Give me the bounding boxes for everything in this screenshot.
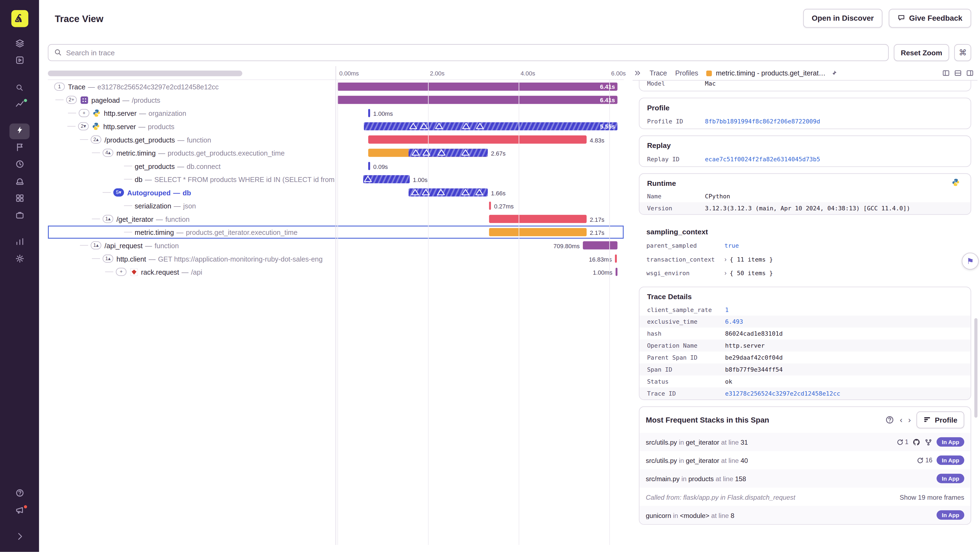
sidebar-item-help[interactable]	[10, 487, 30, 502]
sidebar-item-performance[interactable]	[10, 123, 30, 139]
reset-zoom-button[interactable]: Reset Zoom	[894, 44, 949, 61]
span-duration-bar[interactable]: 6.41s	[337, 83, 617, 91]
span-duration-bar[interactable]	[489, 202, 491, 210]
performance-issue-icon[interactable]	[476, 122, 484, 130]
performance-issue-icon[interactable]	[411, 188, 419, 196]
open-in-discover-button[interactable]: Open in Discover	[803, 9, 883, 27]
stack-frame-row[interactable]: src/main.py in products at line 158In Ap…	[640, 469, 970, 488]
performance-issue-icon[interactable]	[412, 149, 420, 156]
give-feedback-button[interactable]: Give Feedback	[889, 9, 971, 27]
kv-key: Replay ID	[647, 155, 705, 164]
performance-issue-icon[interactable]	[435, 122, 443, 130]
performance-issue-icon[interactable]	[461, 149, 469, 156]
performance-issue-icon[interactable]	[475, 188, 484, 196]
performance-issue-icon[interactable]	[437, 188, 445, 196]
row-expand-badge[interactable]: 2▴	[91, 136, 101, 144]
span-op: /get_iterator	[116, 215, 154, 223]
in-app-badge[interactable]: In App	[937, 474, 964, 483]
stacks-prev-button[interactable]: ‹	[900, 416, 902, 424]
fork-icon[interactable]	[925, 438, 932, 446]
performance-issue-icon[interactable]	[438, 149, 445, 156]
row-expand-badge[interactable]: +	[116, 268, 126, 276]
in-app-badge[interactable]: In App	[937, 510, 964, 520]
kv-row: transaction_context›{ 11 items }	[639, 252, 971, 266]
sidebar-item-projects[interactable]	[10, 54, 30, 70]
sidebar-item-stats[interactable]	[10, 97, 30, 113]
row-expand-badge[interactable]: 5▾	[113, 188, 124, 196]
kv-value-link[interactable]: 8fb7bb1891994f8c862f206e8722009d	[705, 117, 820, 126]
show-more-frames-link[interactable]: Show 19 more frames	[900, 493, 964, 501]
performance-issue-icon[interactable]	[409, 122, 417, 130]
in-app-badge[interactable]: In App	[937, 456, 964, 465]
sidebar-item-metrics[interactable]	[10, 235, 30, 250]
layout-bottom-icon[interactable]	[954, 69, 962, 77]
vertical-scrollbar-thumb[interactable]	[974, 318, 978, 418]
horizontal-scrollbar-thumb[interactable]	[48, 70, 242, 76]
span-duration-bar[interactable]	[368, 109, 370, 117]
performance-issue-icon[interactable]	[420, 122, 428, 130]
sidebar-item-settings[interactable]	[10, 252, 30, 268]
stack-frame-row[interactable]: src/utils.py in get_iterator at line 311…	[640, 433, 970, 451]
span-duration-bar[interactable]	[489, 215, 587, 223]
span-op: http.server	[104, 109, 137, 117]
feedback-flag-button[interactable]: ⚑	[962, 252, 978, 270]
chevrons-right-icon[interactable]	[634, 69, 641, 77]
row-expand-badge[interactable]: 2+	[66, 96, 77, 104]
row-expand-badge[interactable]: 1▴	[91, 241, 101, 250]
performance-issue-icon[interactable]	[422, 188, 430, 196]
kv-row: Profile ID8fb7bb1891994f8c862f206e872200…	[640, 115, 970, 129]
shortcut-button[interactable]: ⌘	[954, 44, 971, 61]
performance-issue-icon[interactable]	[462, 122, 470, 130]
performance-issue-icon[interactable]	[364, 175, 372, 183]
row-expand-badge[interactable]: 4▴	[103, 149, 113, 157]
pin-icon[interactable]	[830, 70, 837, 76]
github-icon[interactable]	[913, 438, 920, 446]
span-duration-bar[interactable]	[583, 241, 617, 250]
row-expand-badge[interactable]: +	[79, 109, 89, 117]
tab-trace[interactable]: Trace	[649, 69, 667, 77]
sidebar-item-whats-new[interactable]	[10, 503, 30, 519]
sidebar-item-collapse[interactable]	[10, 530, 30, 546]
row-expand-badge[interactable]: 1	[54, 83, 65, 91]
sidebar-item-issues[interactable]	[10, 37, 30, 52]
tab-profiles[interactable]: Profiles	[675, 69, 698, 77]
sidebar-item-dashboards[interactable]	[10, 191, 30, 207]
sidebar-item-briefcase[interactable]	[10, 209, 30, 224]
profile-button[interactable]: Profile	[916, 412, 964, 428]
span-duration-bar[interactable]	[368, 162, 370, 170]
span-duration-bar[interactable]	[615, 254, 617, 263]
search-input[interactable]: Search in trace	[48, 44, 889, 61]
row-expand-badge[interactable]: 1▴	[103, 254, 113, 263]
sidebar-item-search[interactable]	[10, 80, 30, 96]
sentry-logo[interactable]	[11, 10, 28, 27]
ruby-icon	[130, 268, 138, 276]
stacks-next-button[interactable]: ›	[908, 416, 911, 424]
performance-issue-icon[interactable]	[422, 149, 430, 156]
help-circle-icon[interactable]	[885, 415, 894, 425]
kv-value-link[interactable]: ecae7c51f0024f2fa82e6314045d73b5	[705, 155, 820, 164]
tab-active-span-detail[interactable]: metric.timing - products.get_iterat…	[706, 69, 837, 77]
sidebar-item-alerts[interactable]	[10, 174, 30, 190]
kv-value-link[interactable]: e31278c256524c3297e2cd12458e12cc	[725, 389, 840, 398]
sidebar-item-crons[interactable]	[10, 158, 30, 173]
layout-left-icon[interactable]	[942, 69, 950, 77]
performance-issue-icon[interactable]	[461, 188, 469, 196]
sidebar-item-releases[interactable]	[10, 140, 30, 156]
span-description: db	[183, 188, 191, 196]
span-color-swatch	[706, 70, 712, 76]
layout-right-icon[interactable]	[966, 69, 974, 77]
stack-frame-row[interactable]: gunicorn in <module> at line 8In App	[640, 506, 970, 524]
span-duration-bar[interactable]: 6.41s	[337, 96, 617, 104]
span-duration-bar[interactable]	[489, 228, 587, 236]
expand-chevron-icon[interactable]: ›	[724, 255, 727, 264]
row-expand-badge[interactable]: 2▾	[78, 122, 89, 131]
row-expand-badge[interactable]: 1▴	[103, 215, 113, 223]
span-duration-bar[interactable]	[616, 268, 617, 276]
stack-frame-row[interactable]: src/utils.py in get_iterator at line 401…	[640, 451, 970, 469]
in-app-badge[interactable]: In App	[937, 437, 964, 447]
span-duration-bar[interactable]: 5.55s	[364, 122, 617, 131]
stack-frame-row[interactable]: Called from: flask/app.py in Flask.dispa…	[640, 488, 970, 506]
span-duration-bar[interactable]	[368, 136, 587, 144]
tree-connector	[55, 99, 64, 100]
expand-chevron-icon[interactable]: ›	[724, 269, 727, 278]
